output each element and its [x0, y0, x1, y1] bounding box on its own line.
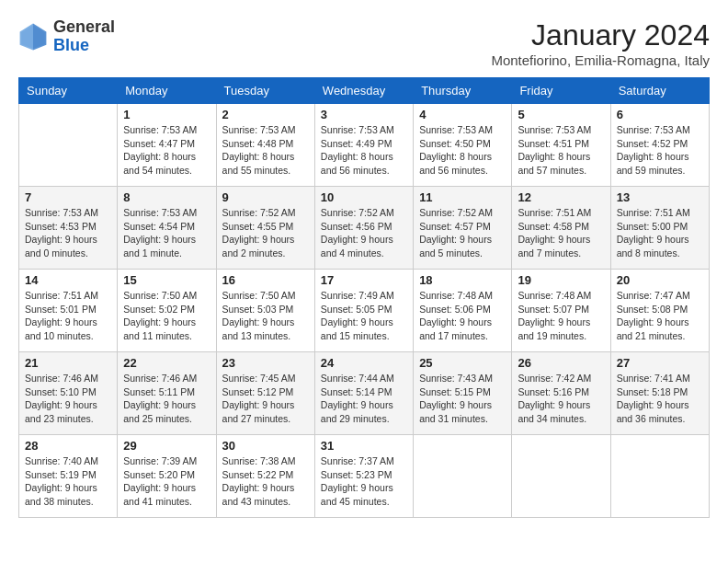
day-number: 26: [518, 356, 604, 370]
calendar-cell: 2Sunrise: 7:53 AMSunset: 4:48 PMDaylight…: [216, 104, 314, 187]
calendar-week-row: 28Sunrise: 7:40 AMSunset: 5:19 PMDayligh…: [19, 435, 710, 518]
calendar-cell: 15Sunrise: 7:50 AMSunset: 5:02 PMDayligh…: [118, 270, 216, 352]
cell-info: Sunrise: 7:45 AMSunset: 5:12 PMDaylight:…: [222, 372, 309, 426]
calendar-cell: 31Sunrise: 7:37 AMSunset: 5:23 PMDayligh…: [314, 435, 413, 518]
calendar-cell: 24Sunrise: 7:44 AMSunset: 5:14 PMDayligh…: [314, 352, 413, 435]
cell-info: Sunrise: 7:44 AMSunset: 5:14 PMDaylight:…: [321, 372, 407, 426]
day-number: 21: [25, 356, 111, 370]
cell-info: Sunrise: 7:53 AMSunset: 4:48 PMDaylight:…: [222, 123, 309, 178]
calendar-week-row: 14Sunrise: 7:51 AMSunset: 5:01 PMDayligh…: [19, 270, 710, 352]
calendar-header-sunday: Sunday: [19, 78, 118, 104]
calendar-cell: 12Sunrise: 7:51 AMSunset: 4:58 PMDayligh…: [512, 187, 610, 270]
calendar-cell: 6Sunrise: 7:53 AMSunset: 4:52 PMDaylight…: [610, 104, 709, 187]
cell-info: Sunrise: 7:46 AMSunset: 5:11 PMDaylight:…: [123, 372, 210, 426]
day-number: 31: [321, 439, 407, 453]
day-number: 8: [123, 190, 210, 204]
cell-info: Sunrise: 7:52 AMSunset: 4:57 PMDaylight:…: [419, 206, 506, 260]
day-number: 7: [25, 190, 111, 204]
calendar-cell: 1Sunrise: 7:53 AMSunset: 4:47 PMDaylight…: [118, 104, 216, 187]
calendar-week-row: 7Sunrise: 7:53 AMSunset: 4:53 PMDaylight…: [19, 187, 710, 270]
calendar-header-saturday: Saturday: [610, 78, 709, 104]
calendar-cell: 26Sunrise: 7:42 AMSunset: 5:16 PMDayligh…: [512, 352, 610, 435]
calendar-cell: 11Sunrise: 7:52 AMSunset: 4:57 PMDayligh…: [414, 187, 512, 270]
cell-info: Sunrise: 7:37 AMSunset: 5:23 PMDaylight:…: [321, 454, 407, 509]
cell-info: Sunrise: 7:51 AMSunset: 5:01 PMDaylight:…: [25, 289, 111, 343]
day-number: 20: [617, 273, 703, 287]
calendar-cell: 13Sunrise: 7:51 AMSunset: 5:00 PMDayligh…: [610, 187, 709, 270]
day-number: 24: [321, 356, 407, 370]
calendar-cell: 19Sunrise: 7:48 AMSunset: 5:07 PMDayligh…: [512, 270, 610, 352]
day-number: 22: [123, 356, 210, 370]
day-number: 11: [419, 190, 506, 204]
calendar-header-tuesday: Tuesday: [216, 78, 314, 104]
calendar-cell: 16Sunrise: 7:50 AMSunset: 5:03 PMDayligh…: [216, 270, 314, 352]
location: Montefiorino, Emilia-Romagna, Italy: [491, 52, 710, 68]
cell-info: Sunrise: 7:41 AMSunset: 5:18 PMDaylight:…: [617, 372, 703, 426]
calendar-cell: [512, 435, 610, 518]
day-number: 5: [518, 108, 604, 121]
month-year: January 2024: [491, 18, 710, 52]
day-number: 25: [419, 356, 506, 370]
cell-info: Sunrise: 7:53 AMSunset: 4:49 PMDaylight:…: [321, 123, 407, 178]
day-number: 2: [222, 108, 309, 121]
cell-info: Sunrise: 7:52 AMSunset: 4:55 PMDaylight:…: [222, 206, 309, 260]
day-number: 16: [222, 273, 309, 287]
calendar-cell: 25Sunrise: 7:43 AMSunset: 5:15 PMDayligh…: [414, 352, 512, 435]
cell-info: Sunrise: 7:53 AMSunset: 4:53 PMDaylight:…: [25, 206, 111, 260]
day-number: 18: [419, 273, 506, 287]
cell-info: Sunrise: 7:53 AMSunset: 4:52 PMDaylight:…: [617, 123, 703, 178]
calendar-week-row: 21Sunrise: 7:46 AMSunset: 5:10 PMDayligh…: [19, 352, 710, 435]
calendar-cell: 17Sunrise: 7:49 AMSunset: 5:05 PMDayligh…: [314, 270, 413, 352]
day-number: 15: [123, 273, 210, 287]
logo-text: General Blue: [53, 18, 115, 55]
title-area: January 2024 Montefiorino, Emilia-Romagn…: [491, 18, 710, 68]
cell-info: Sunrise: 7:53 AMSunset: 4:50 PMDaylight:…: [419, 123, 506, 178]
calendar-cell: [19, 104, 118, 187]
logo-icon: [18, 22, 48, 52]
svg-marker-1: [33, 23, 46, 50]
day-number: 12: [518, 190, 604, 204]
cell-info: Sunrise: 7:53 AMSunset: 4:51 PMDaylight:…: [518, 123, 604, 178]
calendar-header-row: SundayMondayTuesdayWednesdayThursdayFrid…: [19, 78, 710, 104]
day-number: 14: [25, 273, 111, 287]
day-number: 27: [617, 356, 703, 370]
cell-info: Sunrise: 7:49 AMSunset: 5:05 PMDaylight:…: [321, 289, 407, 343]
calendar-cell: 8Sunrise: 7:53 AMSunset: 4:54 PMDaylight…: [118, 187, 216, 270]
calendar-cell: 21Sunrise: 7:46 AMSunset: 5:10 PMDayligh…: [19, 352, 118, 435]
day-number: 10: [321, 190, 407, 204]
cell-info: Sunrise: 7:42 AMSunset: 5:16 PMDaylight:…: [518, 372, 604, 426]
svg-marker-2: [20, 23, 33, 50]
page-header: General Blue January 2024 Montefiorino, …: [18, 18, 710, 68]
calendar-header-wednesday: Wednesday: [314, 78, 413, 104]
calendar-table: SundayMondayTuesdayWednesdayThursdayFrid…: [18, 77, 710, 518]
cell-info: Sunrise: 7:50 AMSunset: 5:02 PMDaylight:…: [123, 289, 210, 343]
calendar-cell: [414, 435, 512, 518]
day-number: 1: [123, 108, 210, 121]
cell-info: Sunrise: 7:53 AMSunset: 4:54 PMDaylight:…: [123, 206, 210, 260]
cell-info: Sunrise: 7:51 AMSunset: 5:00 PMDaylight:…: [617, 206, 703, 260]
calendar-cell: 18Sunrise: 7:48 AMSunset: 5:06 PMDayligh…: [414, 270, 512, 352]
calendar-cell: 22Sunrise: 7:46 AMSunset: 5:11 PMDayligh…: [118, 352, 216, 435]
day-number: 29: [123, 439, 210, 453]
calendar-cell: 7Sunrise: 7:53 AMSunset: 4:53 PMDaylight…: [19, 187, 118, 270]
cell-info: Sunrise: 7:51 AMSunset: 4:58 PMDaylight:…: [518, 206, 604, 260]
cell-info: Sunrise: 7:50 AMSunset: 5:03 PMDaylight:…: [222, 289, 309, 343]
cell-info: Sunrise: 7:52 AMSunset: 4:56 PMDaylight:…: [321, 206, 407, 260]
calendar-header-friday: Friday: [512, 78, 610, 104]
calendar-week-row: 1Sunrise: 7:53 AMSunset: 4:47 PMDaylight…: [19, 104, 710, 187]
cell-info: Sunrise: 7:48 AMSunset: 5:07 PMDaylight:…: [518, 289, 604, 343]
day-number: 28: [25, 439, 111, 453]
calendar-cell: 10Sunrise: 7:52 AMSunset: 4:56 PMDayligh…: [314, 187, 413, 270]
calendar-cell: 28Sunrise: 7:40 AMSunset: 5:19 PMDayligh…: [19, 435, 118, 518]
cell-info: Sunrise: 7:47 AMSunset: 5:08 PMDaylight:…: [617, 289, 703, 343]
calendar-cell: 30Sunrise: 7:38 AMSunset: 5:22 PMDayligh…: [216, 435, 314, 518]
calendar-cell: 27Sunrise: 7:41 AMSunset: 5:18 PMDayligh…: [610, 352, 709, 435]
logo: General Blue: [18, 18, 115, 55]
cell-info: Sunrise: 7:43 AMSunset: 5:15 PMDaylight:…: [419, 372, 506, 426]
calendar-cell: 29Sunrise: 7:39 AMSunset: 5:20 PMDayligh…: [118, 435, 216, 518]
day-number: 23: [222, 356, 309, 370]
calendar-cell: 3Sunrise: 7:53 AMSunset: 4:49 PMDaylight…: [314, 104, 413, 187]
day-number: 3: [321, 108, 407, 121]
calendar-header-thursday: Thursday: [414, 78, 512, 104]
day-number: 9: [222, 190, 309, 204]
